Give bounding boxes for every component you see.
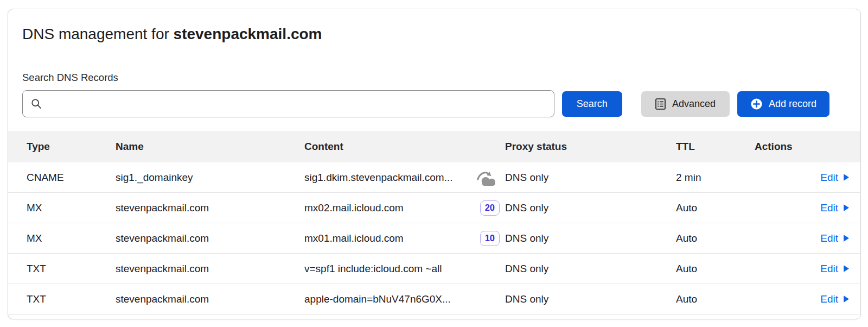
table-row: TXT stevenpackmail.com v=spf1 include:ic… xyxy=(8,254,860,284)
column-header-type: Type xyxy=(27,141,116,153)
cell-name: stevenpackmail.com xyxy=(116,293,304,305)
search-label: Search DNS Records xyxy=(22,71,860,84)
priority-badge: 20 xyxy=(480,200,500,216)
proxy-status-label: DNS only xyxy=(505,202,548,214)
cell-proxy-status: 20 DNS only xyxy=(474,200,676,216)
proxy-status-label: DNS only xyxy=(505,293,548,305)
advanced-button[interactable]: Advanced xyxy=(641,91,730,117)
add-record-button[interactable]: Add record xyxy=(737,91,829,117)
cell-actions: Edit xyxy=(755,172,850,184)
cell-ttl: Auto xyxy=(676,263,755,275)
cell-type: MX xyxy=(27,202,116,214)
edit-label: Edit xyxy=(820,232,838,244)
cell-name: stevenpackmail.com xyxy=(116,232,304,244)
edit-link[interactable]: Edit xyxy=(820,202,850,214)
proxy-status-label: DNS only xyxy=(505,172,548,184)
proxy-prefix-slot: 10 xyxy=(474,231,500,246)
advanced-list-icon xyxy=(655,98,666,110)
edit-link[interactable]: Edit xyxy=(820,263,850,275)
cell-ttl: Auto xyxy=(676,232,755,244)
cell-actions: Edit xyxy=(755,232,850,244)
cell-name: stevenpackmail.com xyxy=(116,202,304,214)
chevron-right-icon xyxy=(843,265,850,273)
page-title: DNS management for stevenpackmail.com xyxy=(22,24,847,44)
table-header-row: Type Name Content Proxy status TTL Actio… xyxy=(8,131,860,162)
edit-label: Edit xyxy=(820,293,838,305)
column-header-name: Name xyxy=(116,141,304,153)
cell-ttl: Auto xyxy=(676,202,755,214)
cell-actions: Edit xyxy=(755,293,850,305)
search-input[interactable] xyxy=(48,98,546,110)
cell-ttl: Auto xyxy=(676,293,755,305)
search-toolbar: Search Advanced Add record xyxy=(22,90,829,117)
dns-only-cloud-icon xyxy=(476,169,500,186)
chevron-right-icon xyxy=(843,295,850,303)
cell-ttl: 2 min xyxy=(676,172,755,184)
cell-actions: Edit xyxy=(755,263,850,275)
search-icon xyxy=(30,98,42,110)
cell-proxy-status: DNS only xyxy=(474,293,676,305)
title-domain: stevenpackmail.com xyxy=(174,26,322,42)
dns-management-card: DNS management for stevenpackmail.com Se… xyxy=(8,9,861,319)
table-row: MX stevenpackmail.com mx01.mail.icloud.c… xyxy=(8,223,860,254)
title-prefix: DNS management for xyxy=(22,26,174,42)
proxy-status-label: DNS only xyxy=(505,263,548,275)
proxy-status-label: DNS only xyxy=(505,232,548,244)
add-record-button-label: Add record xyxy=(769,98,816,110)
advanced-button-label: Advanced xyxy=(672,98,716,110)
column-header-content: Content xyxy=(304,141,505,153)
cell-name: sig1._domainkey xyxy=(116,172,304,184)
dns-records-table: Type Name Content Proxy status TTL Actio… xyxy=(8,131,860,315)
chevron-right-icon xyxy=(843,173,850,181)
proxy-prefix-slot xyxy=(474,169,500,186)
table-row: MX stevenpackmail.com mx02.mail.icloud.c… xyxy=(8,193,860,223)
cell-actions: Edit xyxy=(755,202,850,214)
edit-label: Edit xyxy=(820,263,838,275)
cell-proxy-status: DNS only xyxy=(474,169,676,186)
column-header-ttl: TTL xyxy=(676,141,755,153)
plus-circle-icon xyxy=(750,98,763,110)
column-header-actions: Actions xyxy=(755,141,850,153)
cell-type: MX xyxy=(27,232,116,244)
edit-label: Edit xyxy=(820,172,838,184)
cell-proxy-status: DNS only xyxy=(474,263,676,275)
search-button[interactable]: Search xyxy=(562,91,622,117)
edit-link[interactable]: Edit xyxy=(820,172,850,184)
edit-link[interactable]: Edit xyxy=(820,232,850,244)
cell-type: TXT xyxy=(27,263,116,275)
column-header-proxy-status: Proxy status xyxy=(505,141,676,153)
proxy-prefix-slot: 20 xyxy=(474,200,500,216)
table-row: CNAME sig1._domainkey sig1.dkim.stevenpa… xyxy=(8,162,860,193)
cell-type: CNAME xyxy=(27,172,116,184)
cell-type: TXT xyxy=(27,293,116,305)
cell-proxy-status: 10 DNS only xyxy=(474,231,676,246)
chevron-right-icon xyxy=(843,204,850,212)
priority-badge: 10 xyxy=(480,231,500,246)
search-input-container[interactable] xyxy=(22,90,554,117)
chevron-right-icon xyxy=(843,234,850,242)
edit-link[interactable]: Edit xyxy=(820,293,850,305)
cell-name: stevenpackmail.com xyxy=(116,263,304,275)
table-row: TXT stevenpackmail.com apple-domain=bNuV… xyxy=(8,284,860,315)
edit-label: Edit xyxy=(820,202,838,214)
